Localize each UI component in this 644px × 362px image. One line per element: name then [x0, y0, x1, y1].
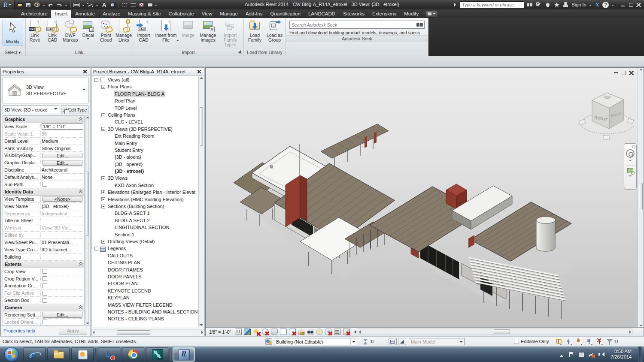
sun-path-off-icon[interactable]	[253, 329, 260, 335]
tree-item-roof-plan[interactable]: Roof Plan	[92, 97, 199, 104]
expand-icon[interactable]	[101, 190, 105, 194]
ribbon-button-insert-from-file[interactable]: Insert from File	[154, 18, 179, 48]
properties-section-graphics[interactable]: Graphics	[3, 116, 84, 123]
view-restore-icon[interactable]	[621, 71, 626, 75]
favorites-icon[interactable]	[553, 1, 560, 8]
collapse-section-icon[interactable]	[79, 118, 82, 121]
sign-in-icon[interactable]	[562, 1, 569, 8]
select-group-label[interactable]: Select ▾	[0, 49, 25, 56]
tree-item-bldg-a-sect-1[interactable]: BLDG-A SECT 1	[92, 210, 199, 217]
taskbar-button-internet-explorer[interactable]	[23, 347, 46, 362]
properties-section-identity-data[interactable]: Identity Data	[3, 188, 84, 196]
crop-view-off-icon[interactable]	[280, 329, 287, 335]
sync-with-central-icon[interactable]	[33, 2, 41, 8]
worksharing-display-off-icon[interactable]	[325, 329, 332, 335]
steering-wheel-icon[interactable]	[626, 149, 635, 158]
tree-item-floor-plan[interactable]: FLOOR PLAN	[92, 280, 199, 287]
search-icon[interactable]	[526, 1, 533, 8]
tree-item-top-level[interactable]: TOP Level	[92, 105, 199, 112]
properties-title-bar[interactable]: Properties	[1, 68, 90, 75]
expand-icon[interactable]	[101, 197, 105, 201]
property-value[interactable]: Architectural	[42, 167, 67, 172]
tab-manage[interactable]: Manage	[216, 10, 242, 18]
collapse-icon[interactable]	[94, 247, 98, 250]
tree-item-sections-building-section[interactable]: Sections (Building Section)	[92, 203, 199, 210]
ribbon-button-link-cad[interactable]: CADLink CAD	[44, 18, 62, 48]
communication-center-icon[interactable]	[544, 1, 551, 8]
browser-vertical-scrollbar[interactable]	[198, 76, 204, 327]
active-workset-select[interactable]: Building (Not Editable)	[274, 338, 357, 345]
select-underlay-elements-icon[interactable]	[566, 338, 574, 345]
aligned-dimension-icon[interactable]	[87, 2, 94, 8]
property-value[interactable]: View "3D Vie...	[42, 225, 72, 230]
property-value[interactable]: 01 Presentati...	[42, 240, 73, 245]
properties-help-link[interactable]: Properties help	[3, 328, 35, 333]
action-center-icon[interactable]	[568, 351, 574, 357]
checkbox-locked-orient[interactable]	[43, 320, 47, 324]
collapse-section-icon[interactable]	[79, 190, 82, 193]
view-minimize-icon[interactable]	[614, 71, 618, 75]
tree-item-3d-aloera[interactable]: {3D - aloera}	[92, 154, 199, 160]
qat-customize-icon[interactable]	[155, 5, 157, 7]
undo-icon[interactable]	[47, 2, 55, 8]
tab-view[interactable]: View	[198, 10, 216, 18]
browser-horizontal-scrollbar[interactable]	[92, 329, 204, 335]
modify-button[interactable]: Modify	[3, 20, 23, 45]
tree-item-main-entry[interactable]: Main Entry	[92, 140, 199, 147]
properties-section-extents[interactable]: Extents	[3, 261, 84, 268]
taskbar-button-media-player[interactable]	[71, 347, 94, 362]
instance-selector[interactable]: 3D View: {3D - etroxe	[3, 106, 59, 114]
vcb-collapse-icon[interactable]	[352, 330, 356, 334]
ribbon-button-dwf-markup[interactable]: DWF Markup	[61, 18, 79, 48]
project-browser-close-icon[interactable]	[196, 69, 202, 74]
ribbon-display-toggle[interactable]	[425, 11, 438, 17]
tree-item-3d-views-3d-perspective[interactable]: 3D Views (3D PERSPECTIVE)	[92, 126, 199, 133]
window-restore-button[interactable]	[627, 2, 635, 8]
tree-item-notes-ceiling-plans[interactable]: NOTES - CEILING PLANS	[92, 315, 199, 322]
worksets-icon[interactable]	[265, 338, 272, 345]
tree-item-3d-views[interactable]: 3D Views	[92, 175, 199, 181]
tree-item-notes-building-and-wall-section[interactable]: NOTES - BUILDING AND WALL SECTION	[92, 308, 199, 315]
tree-item-drafting-views-detail[interactable]: Drafting Views (Detail)	[92, 238, 199, 245]
apply-button[interactable]: Apply	[59, 327, 87, 335]
start-button[interactable]	[4, 347, 19, 362]
tree-item-door-frames[interactable]: DOOR FRAMES	[92, 266, 199, 273]
binoculars-icon[interactable]	[416, 21, 424, 28]
visual-style-icon[interactable]	[244, 329, 251, 335]
drawing-vertical-scrollbar[interactable]	[638, 68, 644, 327]
tree-item-student-entry[interactable]: Student Entry	[92, 147, 199, 154]
tree-item-callouts[interactable]: CALLOUTS	[92, 252, 199, 259]
section-icon[interactable]	[121, 2, 128, 8]
application-menu-button[interactable]: R	[0, 0, 15, 9]
tree-item-3d-etroxel[interactable]: {3D - etroxel}	[92, 168, 199, 175]
taskbar-button-revit[interactable]	[173, 347, 195, 362]
network-off-icon[interactable]	[588, 351, 594, 357]
ribbon-button-decal[interactable]: Decal	[79, 18, 97, 48]
subscription-center-icon[interactable]	[535, 1, 542, 8]
zoom-dropdown-icon[interactable]	[629, 175, 632, 178]
tab-landcadd[interactable]: LANDCADD	[304, 10, 339, 18]
view-scale-button[interactable]: 1/8" = 1'-0"	[206, 329, 234, 335]
infocenter-collapse-icon[interactable]	[454, 3, 458, 6]
properties-close-icon[interactable]	[82, 69, 88, 74]
tab-siteworks[interactable]: Siteworks	[339, 10, 368, 18]
drawing-horizontal-scrollbar[interactable]	[358, 329, 632, 335]
tab-modify[interactable]: Modify	[400, 10, 422, 18]
tab-collaborate[interactable]: Collaborate	[165, 10, 198, 18]
tree-item-elevations-hmc-building-elevation[interactable]: Elevations (HMC Building Elevation)	[92, 196, 199, 203]
drawing-hscrollbar-thumb[interactable]	[494, 329, 510, 334]
tree-item-mass-view-filter-legend[interactable]: MASS VIEW FILTER LEGEND	[92, 302, 199, 308]
tree-item-views-all[interactable]: Views (all)	[92, 76, 199, 83]
sound-muted-icon[interactable]	[598, 351, 604, 357]
help-icon[interactable]: ?	[602, 2, 609, 8]
tab-architecture[interactable]: Architecture	[17, 10, 51, 18]
drag-elements-on-selection-icon[interactable]	[597, 338, 605, 345]
tree-item-floor-plans[interactable]: Floor Plans	[92, 83, 199, 90]
tab-quantification[interactable]: Quantification	[267, 10, 304, 18]
infocenter-search-input[interactable]	[460, 1, 524, 8]
taskbar-clock[interactable]: 8:50 AM 7/26/2014	[608, 349, 634, 360]
zoom-icon[interactable]	[627, 168, 633, 173]
tree-item-floor-plan-bldg-a[interactable]: FLOOR PLAN- BLDG A	[92, 90, 199, 97]
tab-analyze[interactable]: Analyze	[99, 10, 124, 18]
tree-item-ceiling-plans[interactable]: Ceiling Plans	[92, 112, 199, 118]
